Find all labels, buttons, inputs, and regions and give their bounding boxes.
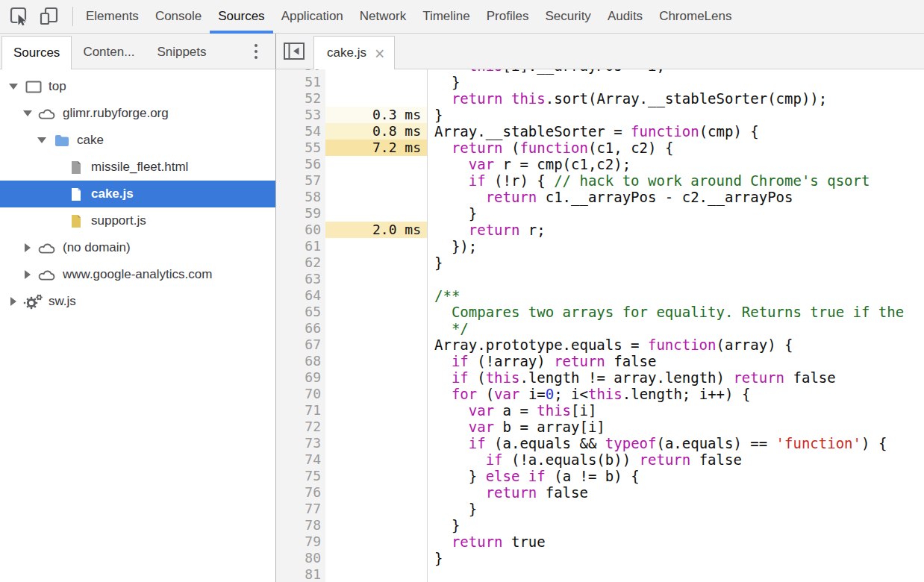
devtools-main-toolbar: ElementsConsoleSourcesApplicationNetwork… [0, 0, 924, 34]
main-tab-timeline[interactable]: Timeline [414, 0, 478, 33]
tree-item--no-domain-[interactable]: (no domain) [0, 234, 275, 261]
code-line[interactable]: Array.prototype.equals = function(array)… [428, 337, 924, 353]
main-tab-chromelens[interactable]: ChromeLens [651, 0, 740, 33]
collapsed-triangle-icon[interactable] [7, 297, 19, 306]
navigator-tab-snippets[interactable]: Snippets [146, 36, 217, 69]
code-line[interactable]: }); [428, 238, 924, 254]
code-line[interactable]: } else if (a != b) { [428, 468, 924, 484]
toggle-navigator-button[interactable] [281, 40, 307, 63]
code-line[interactable]: } [428, 254, 924, 271]
tree-item-www-google-analytics-com[interactable]: www.google-analytics.com [0, 261, 275, 288]
expanded-triangle-icon[interactable] [36, 137, 48, 143]
code-line[interactable] [428, 271, 924, 287]
main-tab-application[interactable]: Application [273, 0, 352, 33]
line-number[interactable]: 68 [276, 353, 325, 369]
line-number[interactable]: 78 [276, 517, 325, 534]
code-line[interactable]: var b = array[i] [428, 419, 924, 435]
line-number[interactable]: 74 [276, 451, 325, 468]
main-tab-sources[interactable]: Sources [210, 0, 272, 33]
code-line[interactable]: if (!r) { // hack to work around Chrome'… [428, 172, 924, 189]
device-toolbar-button[interactable] [37, 4, 63, 29]
code-line[interactable]: return r; [428, 222, 924, 238]
line-number[interactable]: 71 [276, 402, 325, 419]
line-number[interactable]: 56 [276, 156, 325, 172]
inspect-element-button[interactable] [7, 4, 32, 29]
code-line[interactable]: } [428, 107, 924, 123]
code-line[interactable]: return c1.__arrayPos - c2.__arrayPos [428, 189, 924, 205]
tree-item-cake[interactable]: cake [0, 127, 275, 154]
line-number[interactable]: 72 [276, 419, 325, 435]
tree-item-sw-js[interactable]: sw.js [0, 288, 275, 315]
code-line[interactable]: return false [428, 484, 924, 501]
navigator-tab-sources[interactable]: Sources [1, 36, 72, 69]
line-number[interactable]: 80 [276, 550, 325, 566]
code-line[interactable]: return this.sort(Array.__stableSorter(cm… [428, 90, 924, 107]
collapsed-triangle-icon[interactable] [22, 243, 34, 252]
line-number[interactable]: 61 [276, 238, 325, 254]
overflow-menu-button[interactable] [252, 41, 260, 62]
panel-toolbars-row: SourcesConten...Snippets cake.js × [0, 34, 924, 69]
tree-item-missile-fleet-html[interactable]: missile_fleet.html [0, 154, 275, 181]
navigator-tab-conten[interactable]: Conten... [72, 36, 146, 69]
close-tab-icon[interactable]: × [375, 46, 384, 63]
line-number[interactable]: 65 [276, 304, 325, 320]
line-number[interactable]: 64 [276, 287, 325, 304]
line-number[interactable]: 53 [276, 107, 325, 123]
code-line[interactable] [428, 566, 924, 582]
collapsed-triangle-icon[interactable] [22, 270, 34, 279]
code-line[interactable]: } [428, 205, 924, 222]
code-line[interactable]: var r = cmp(c1,c2); [428, 156, 924, 172]
line-number[interactable]: 75 [276, 468, 325, 484]
code-line[interactable]: } [428, 517, 924, 534]
profile-time [325, 353, 427, 369]
main-tab-security[interactable]: Security [537, 0, 599, 33]
line-number[interactable]: 63 [276, 271, 325, 287]
code-line[interactable]: return true [428, 534, 924, 550]
editor-tab-cakejs[interactable]: cake.js × [313, 36, 395, 69]
line-number[interactable]: 69 [276, 369, 325, 386]
tree-item-cake-js[interactable]: cake.js [0, 181, 275, 207]
main-tab-console[interactable]: Console [147, 0, 210, 33]
code-line[interactable]: if (!a.equals(b)) return false [428, 451, 924, 468]
line-number[interactable]: 67 [276, 337, 325, 353]
code-line[interactable]: var a = this[i] [428, 402, 924, 419]
tree-item-support-js[interactable]: support.js [0, 207, 275, 234]
code-line[interactable]: if (!array) return false [428, 353, 924, 369]
code-line[interactable]: /** [428, 287, 924, 304]
code-line[interactable]: if (a.equals && typeof(a.equals) == 'fun… [428, 435, 924, 451]
line-number[interactable]: 51 [276, 74, 325, 90]
line-number[interactable]: 73 [276, 435, 325, 451]
expanded-triangle-icon[interactable] [22, 110, 34, 116]
line-number[interactable]: 81 [276, 566, 325, 582]
code-line[interactable]: if (this.length != array.length) return … [428, 369, 924, 386]
line-number[interactable]: 52 [276, 90, 325, 107]
profile-time: 0.8 ms [325, 123, 427, 140]
code-line[interactable]: for (var i=0; i<this.length; i++) { [428, 386, 924, 402]
code-line[interactable]: return (function(c1, c2) { [428, 140, 924, 156]
line-number[interactable]: 55 [276, 140, 325, 156]
code-line[interactable]: } [428, 74, 924, 90]
tree-item-glimr-rubyforge-org[interactable]: glimr.rubyforge.org [0, 100, 275, 127]
code-line[interactable]: } [428, 550, 924, 566]
main-tab-audits[interactable]: Audits [599, 0, 651, 33]
line-number[interactable]: 77 [276, 501, 325, 517]
code-line[interactable]: } [428, 501, 924, 517]
line-number[interactable]: 76 [276, 484, 325, 501]
line-number[interactable]: 57 [276, 172, 325, 189]
code-line[interactable]: */ [428, 320, 924, 337]
line-number[interactable]: 62 [276, 254, 325, 271]
line-number[interactable]: 54 [276, 123, 325, 140]
line-number[interactable]: 58 [276, 189, 325, 205]
tree-item-top[interactable]: top [0, 73, 275, 100]
main-tab-network[interactable]: Network [352, 0, 414, 33]
main-tab-elements[interactable]: Elements [78, 0, 147, 33]
line-number[interactable]: 66 [276, 320, 325, 337]
line-number[interactable]: 60 [276, 222, 325, 238]
code-line[interactable]: Compares two arrays for equality. Return… [428, 304, 924, 320]
expanded-triangle-icon[interactable] [7, 84, 19, 90]
code-line[interactable]: Array.__stableSorter = function(cmp) { [428, 123, 924, 140]
line-number[interactable]: 59 [276, 205, 325, 222]
line-number[interactable]: 70 [276, 386, 325, 402]
line-number[interactable]: 79 [276, 534, 325, 550]
main-tab-profiles[interactable]: Profiles [478, 0, 537, 33]
